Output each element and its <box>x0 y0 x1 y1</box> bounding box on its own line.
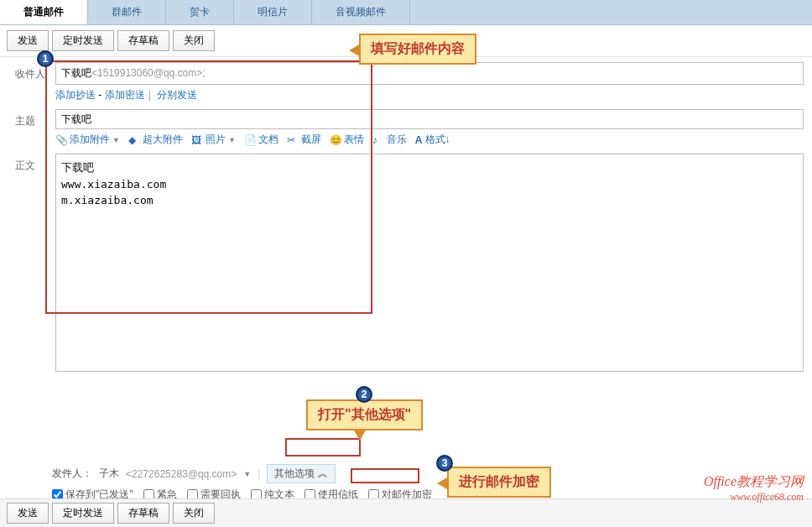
sender-dropdown-icon[interactable]: ▼ <box>243 470 251 478</box>
mail-type-tabs: 普通邮件 群邮件 贺卡 明信片 音视频邮件 <box>0 0 812 25</box>
big-attach-button[interactable]: ◆超大附件 <box>128 133 183 147</box>
close-button-bottom[interactable]: 关闭 <box>173 503 215 524</box>
recipient-input[interactable]: 下载吧<1519913060@qq.com>; <box>55 62 804 85</box>
sender-label: 发件人： <box>52 467 92 481</box>
smile-icon: 😊 <box>330 134 341 146</box>
tab-card[interactable]: 贺卡 <box>166 0 234 24</box>
document-icon: 📄 <box>244 134 256 146</box>
photo-button[interactable]: 🖼照片▼ <box>191 133 236 147</box>
add-cc-link[interactable]: 添加抄送 <box>55 89 96 101</box>
body-label: 正文 <box>15 154 55 173</box>
photo-icon: 🖼 <box>191 134 203 146</box>
music-button[interactable]: ♪音乐 <box>372 133 407 147</box>
step-badge-1: 1 <box>37 50 54 67</box>
subject-label: 主题 <box>15 109 55 128</box>
recipient-links: 添加抄送 - 添加密送| 分别发送 <box>55 85 804 106</box>
sender-name: 子木 <box>99 467 119 481</box>
tab-normal[interactable]: 普通邮件 <box>0 0 88 24</box>
emoji-button[interactable]: 😊表情 <box>330 133 364 147</box>
attach-button[interactable]: 📎添加附件▼ <box>55 133 120 147</box>
save-draft-button-bottom[interactable]: 存草稿 <box>117 503 169 524</box>
tab-postcard[interactable]: 明信片 <box>234 0 312 24</box>
save-draft-button[interactable]: 存草稿 <box>117 30 169 51</box>
send-button[interactable]: 发送 <box>7 30 49 51</box>
format-button[interactable]: A 格式↓ <box>415 133 450 147</box>
annotation-box-3 <box>351 468 419 483</box>
timed-send-button[interactable]: 定时发送 <box>52 30 114 51</box>
callout-3: 进行邮件加密 <box>447 467 551 498</box>
sender-email: <2272625283@qq.com> <box>126 468 237 480</box>
body-editor[interactable] <box>55 154 804 372</box>
step-badge-2: 2 <box>356 386 372 403</box>
send-button-bottom[interactable]: 发送 <box>7 503 49 524</box>
separate-send-link[interactable]: 分别发送 <box>157 89 197 101</box>
callout-2: 打开"其他选项" <box>306 399 423 430</box>
timed-send-button-bottom[interactable]: 定时发送 <box>52 503 114 524</box>
step-badge-3: 3 <box>436 455 453 472</box>
tab-group[interactable]: 群邮件 <box>88 0 166 24</box>
editor-toolbar: 📎添加附件▼ ◆超大附件 🖼照片▼ 📄文档 ✂截屏 😊表情 ♪音乐 A 格式↓ <box>55 129 804 150</box>
doc-button[interactable]: 📄文档 <box>244 133 278 147</box>
screenshot-button[interactable]: ✂截屏 <box>287 133 321 147</box>
other-options-button[interactable]: 其他选项 ︽ <box>267 464 335 483</box>
sender-row: 发件人： 子木 <2272625283@qq.com> ▼ | 其他选项 ︽ <box>52 464 336 483</box>
diamond-icon: ◆ <box>128 134 140 146</box>
bottom-toolbar: 发送 定时发送 存草稿 关闭 <box>0 498 812 527</box>
tab-av[interactable]: 音视频邮件 <box>312 0 410 24</box>
subject-input[interactable] <box>55 109 804 129</box>
paperclip-icon: 📎 <box>55 134 67 146</box>
watermark: Office教程学习网 www.office68.com <box>704 473 804 504</box>
add-bcc-link[interactable]: 添加密送 <box>105 89 145 101</box>
annotation-box-2 <box>285 438 361 457</box>
callout-1: 填写好邮件内容 <box>359 34 476 65</box>
scissors-icon: ✂ <box>287 134 299 146</box>
close-button[interactable]: 关闭 <box>173 30 215 51</box>
music-icon: ♪ <box>372 134 384 146</box>
